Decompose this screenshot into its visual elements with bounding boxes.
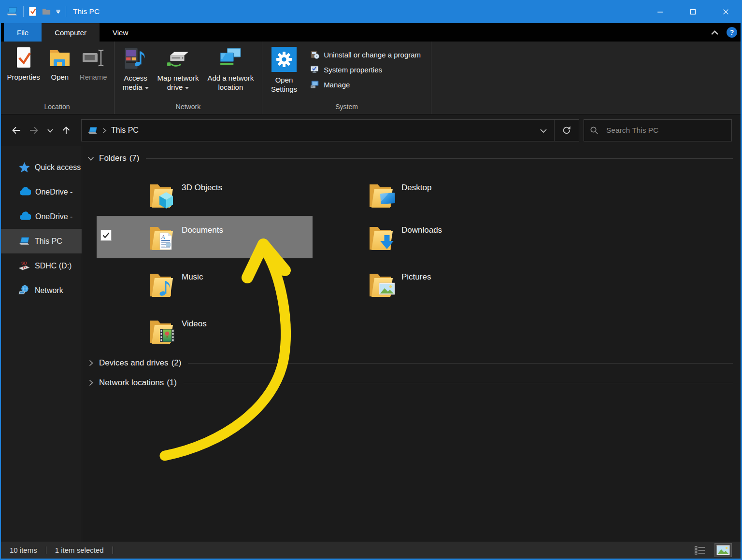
expand-chevron-icon <box>89 360 93 366</box>
sidebar-item-sdhc-drive[interactable]: SD SDHC (D:) <box>0 253 82 278</box>
properties-button[interactable]: Properties <box>2 46 44 83</box>
this-pc-icon <box>87 126 98 135</box>
add-network-location-button[interactable]: Add a network location <box>203 46 258 93</box>
folder-downloads-icon <box>367 223 395 252</box>
details-view-icon <box>694 546 706 555</box>
ribbon-tabs: File Computer View ? <box>0 23 742 42</box>
large-icons-view-button[interactable] <box>715 544 731 557</box>
folder-tile-videos[interactable]: Videos <box>97 309 313 352</box>
customize-toolbar-icon[interactable] <box>56 10 61 14</box>
breadcrumb-location: This PC <box>111 126 139 135</box>
folder-tile-pictures[interactable]: Pictures <box>316 263 532 305</box>
tab-file[interactable]: File <box>4 23 42 42</box>
network-location-icon <box>219 47 242 70</box>
tab-computer[interactable]: Computer <box>42 23 100 42</box>
address-bar[interactable]: This PC <box>81 119 579 141</box>
sidebar-item-onedrive-1[interactable]: OneDrive - <box>0 180 82 204</box>
open-button[interactable]: Open <box>44 46 75 83</box>
selection-count: 1 item selected <box>55 546 104 554</box>
search-box[interactable] <box>584 119 732 141</box>
divider <box>188 363 733 364</box>
network-globe-icon <box>18 284 30 296</box>
divider <box>66 6 66 17</box>
divider <box>46 546 46 554</box>
close-button[interactable] <box>709 0 742 23</box>
system-properties-button[interactable]: System properties <box>306 64 425 75</box>
tab-view[interactable]: View <box>100 23 141 42</box>
divider <box>23 6 24 17</box>
window-border <box>0 23 1 560</box>
breadcrumb[interactable]: This PC <box>82 120 143 141</box>
divider <box>113 546 113 554</box>
dropdown-caret <box>145 87 149 89</box>
recent-locations-button[interactable] <box>43 121 57 140</box>
collapse-ribbon-icon[interactable] <box>711 30 719 35</box>
folder-documents-icon: A <box>147 223 175 252</box>
divider <box>184 383 733 383</box>
address-dropdown-button[interactable] <box>533 120 554 141</box>
ribbon-group-location: Properties Open <box>0 42 114 114</box>
map-network-drive-button[interactable]: Map network drive <box>153 46 203 93</box>
onedrive-cloud-icon <box>18 210 31 223</box>
main-area: Quick access OneDrive - OneDrive - This … <box>0 146 742 542</box>
back-icon <box>11 125 21 136</box>
folder-tile-downloads[interactable]: Downloads <box>316 216 532 258</box>
group-header-folders[interactable]: Folders (7) <box>83 152 741 165</box>
file-explorer-window: This PC File Computer View ? <box>0 0 742 560</box>
help-icon[interactable]: ? <box>727 27 737 38</box>
rename-icon <box>82 47 104 69</box>
sidebar-item-quick-access[interactable]: Quick access <box>0 155 82 180</box>
back-button[interactable] <box>7 121 25 140</box>
open-settings-button[interactable]: Open Settings <box>267 46 301 95</box>
details-view-button[interactable] <box>693 544 707 557</box>
folder-tile-desktop[interactable]: Desktop <box>316 173 532 216</box>
minimize-icon <box>657 9 663 15</box>
group-header-network-locations[interactable]: Network locations (1) <box>83 377 741 389</box>
system-properties-icon <box>310 65 320 74</box>
folder-tile-3d-objects[interactable]: 3D Objects <box>97 173 313 216</box>
chevron-down-icon <box>540 127 547 134</box>
close-icon <box>723 9 729 15</box>
divider <box>146 158 733 159</box>
access-media-button[interactable]: Access media <box>118 46 153 93</box>
folder-tile-music[interactable]: Music <box>97 263 313 305</box>
properties-icon <box>13 47 35 69</box>
rename-button[interactable]: Rename <box>75 46 112 83</box>
quick-access-toolbar <box>0 6 66 17</box>
folder-videos-icon <box>147 316 175 345</box>
sidebar-item-network[interactable]: Network <box>0 278 82 303</box>
item-count: 10 items <box>10 546 37 554</box>
manage-icon <box>310 80 320 89</box>
expand-chevron-icon <box>89 379 93 386</box>
new-folder-icon[interactable] <box>42 7 51 16</box>
up-button[interactable] <box>57 121 75 140</box>
properties-quick-icon[interactable] <box>29 7 37 16</box>
collapse-chevron-icon <box>87 156 94 161</box>
minimize-button[interactable] <box>643 0 676 23</box>
group-label-system: System <box>335 103 358 114</box>
maximize-button[interactable] <box>676 0 709 23</box>
uninstall-program-button[interactable]: Uninstall or change a program <box>306 49 425 60</box>
titlebar: This PC <box>0 0 742 23</box>
refresh-button[interactable] <box>555 120 579 141</box>
navigation-bar: This PC <box>0 114 742 146</box>
caption-buttons <box>643 0 742 23</box>
network-drive-icon <box>166 47 189 70</box>
dropdown-caret <box>185 87 189 89</box>
svg-text:A: A <box>161 234 165 240</box>
forward-button[interactable] <box>25 121 43 140</box>
status-bar: 10 items 1 item selected <box>0 542 742 559</box>
sidebar-item-onedrive-2[interactable]: OneDrive - <box>0 204 82 229</box>
folder-tile-documents[interactable]: A Documents <box>97 216 313 258</box>
folder-desktop-icon <box>367 180 395 209</box>
folder-music-icon <box>147 269 175 298</box>
ribbon-group-network: Access media Map network drive <box>114 42 262 114</box>
selection-checkbox[interactable] <box>100 230 112 241</box>
thumbnail-view-icon <box>716 545 730 555</box>
sidebar-item-this-pc[interactable]: This PC <box>0 229 82 253</box>
media-server-icon <box>124 47 147 70</box>
forward-icon <box>29 125 40 136</box>
manage-button[interactable]: Manage <box>306 79 425 90</box>
search-input[interactable] <box>605 126 726 135</box>
group-header-devices-and-drives[interactable]: Devices and drives (2) <box>83 357 741 369</box>
